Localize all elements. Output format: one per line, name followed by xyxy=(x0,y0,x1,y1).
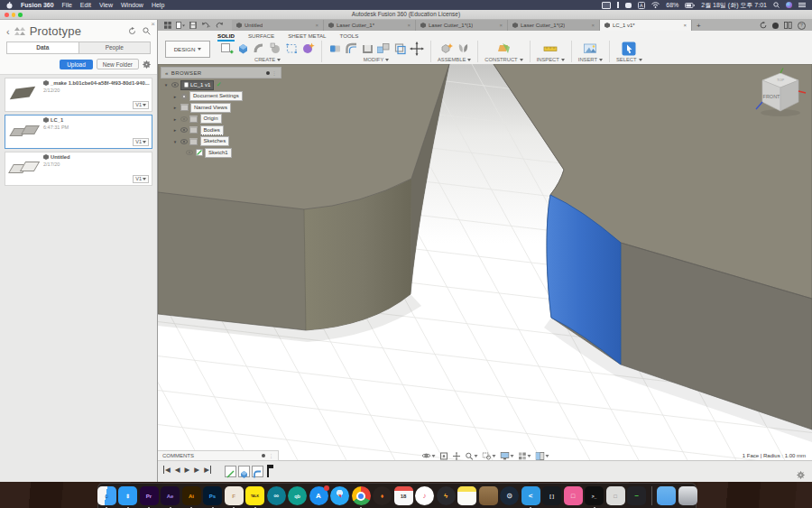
insert-canvas-icon[interactable] xyxy=(583,42,597,55)
app-status-icon[interactable] xyxy=(617,2,619,8)
menu-help[interactable]: Help xyxy=(152,2,164,8)
zoom-window-icon[interactable] xyxy=(482,452,495,460)
group-label-assemble[interactable]: ASSEMBLE xyxy=(438,57,471,62)
expand-icon[interactable]: ▸ xyxy=(172,105,178,110)
traffic-lights[interactable] xyxy=(5,13,23,17)
display-settings-icon[interactable] xyxy=(500,452,513,460)
menu-window[interactable]: Window xyxy=(121,2,143,8)
new-component-icon[interactable] xyxy=(439,42,454,55)
expand-icon[interactable]: ▸ xyxy=(172,127,178,133)
app-store[interactable]: A xyxy=(309,486,328,505)
close-tab-icon[interactable]: × xyxy=(591,23,595,28)
comments-kebab-icon[interactable]: ⋮ xyxy=(269,453,273,458)
brackets[interactable]: [ ] xyxy=(542,486,561,505)
zoom-tool-icon[interactable] xyxy=(465,452,477,460)
finder[interactable]: ☺ xyxy=(97,486,116,505)
menu-edit[interactable]: Edit xyxy=(80,2,91,8)
comments-bar[interactable]: COMMENTS ⋮ xyxy=(158,450,279,461)
chat-status-icon[interactable] xyxy=(625,3,632,8)
wifi-icon[interactable] xyxy=(651,2,660,8)
doc-tab-laser-cutter-1-2[interactable]: Laser Cutter_1*(2)× xyxy=(508,20,600,31)
tree-node-named-views[interactable]: ▸ Named Views xyxy=(161,103,281,113)
upload-button[interactable]: Upload xyxy=(60,60,93,69)
notification-center-icon[interactable] xyxy=(798,2,806,8)
shell-icon[interactable] xyxy=(361,42,374,55)
new-folder-button[interactable]: New Folder xyxy=(97,59,139,69)
safari[interactable]: ◥ xyxy=(330,486,349,505)
doc-tab-laser-cutter-1-1[interactable]: Laser Cutter_1*(1)× xyxy=(416,20,508,31)
collapse-browser-icon[interactable]: « xyxy=(165,70,169,76)
move-icon[interactable] xyxy=(410,42,424,56)
tree-label[interactable]: Sketch1 xyxy=(205,148,232,158)
file-card-make[interactable]: _make 1.b01cbe04-a58f-4f93-80d1-940... 2… xyxy=(5,78,152,112)
grid-settings-icon[interactable] xyxy=(518,452,531,460)
eye-icon[interactable] xyxy=(171,82,179,88)
tree-label[interactable]: Document Settings xyxy=(189,91,243,101)
file-card-lc1[interactable]: LC_1 6:47:31 PM V1 xyxy=(5,115,152,149)
pattern-icon[interactable] xyxy=(285,42,299,55)
menubar-app-name[interactable]: Fusion 360 xyxy=(21,2,54,8)
look-at-icon[interactable] xyxy=(439,452,448,460)
group-label-select[interactable]: SELECT xyxy=(616,57,642,62)
form-icon[interactable] xyxy=(301,42,315,55)
undo-icon[interactable] xyxy=(201,22,211,29)
activity-monitor[interactable]: ~ xyxy=(627,486,646,505)
close-tab-icon[interactable]: × xyxy=(407,23,411,28)
version-dropdown[interactable]: V1 xyxy=(133,101,149,109)
refresh-icon[interactable] xyxy=(128,27,136,35)
photoshop[interactable]: Ps xyxy=(203,486,222,505)
close-tab-icon[interactable]: × xyxy=(499,23,503,28)
illustrator[interactable]: Ai xyxy=(182,486,201,505)
redo-icon[interactable] xyxy=(216,22,226,29)
battery-icon[interactable] xyxy=(685,3,695,8)
play-icon[interactable]: ▶ xyxy=(185,466,190,474)
tree-node-root[interactable]: ▾ LC_1 v1 ✓ xyxy=(161,80,281,90)
steam[interactable]: ⊙ xyxy=(500,486,519,505)
updown-arrows-app[interactable]: ⇕ xyxy=(118,486,137,505)
orbit-tool-icon[interactable] xyxy=(421,451,435,460)
version-dropdown[interactable]: V1 xyxy=(133,175,149,183)
go-to-end-icon[interactable]: ▶ xyxy=(204,466,211,474)
expand-icon[interactable]: ▸ xyxy=(172,94,178,99)
fillet-icon[interactable] xyxy=(345,42,358,55)
create-sketch-icon[interactable] xyxy=(220,42,234,55)
construct-plane-icon[interactable] xyxy=(496,42,511,55)
timeline-extrude-feature[interactable] xyxy=(238,466,250,477)
close-tab-icon[interactable]: × xyxy=(315,23,318,28)
browser-kebab-icon[interactable]: ⋮ xyxy=(272,70,277,76)
data-panel-close-icon[interactable]: × xyxy=(151,20,155,28)
data-settings-gear-icon[interactable] xyxy=(143,60,151,69)
tree-label[interactable]: Bodies xyxy=(200,125,224,135)
view-cube[interactable]: TOP FRONT xyxy=(753,68,807,118)
doc-tab-untitled[interactable]: Untitled× xyxy=(232,20,324,31)
press-pull-icon[interactable] xyxy=(328,42,342,55)
go-to-start-icon[interactable]: ◀ xyxy=(163,466,171,474)
trash[interactable] xyxy=(678,486,697,505)
tree-label[interactable]: Sketches xyxy=(200,136,230,146)
close-tab-icon[interactable]: × xyxy=(683,23,687,28)
offset-face-icon[interactable] xyxy=(393,42,407,55)
root-component-chip[interactable]: LC_1 v1 xyxy=(180,80,214,90)
group-label-construct[interactable]: CONSTRUCT xyxy=(484,57,522,62)
timeline-sketch-feature[interactable] xyxy=(225,466,236,477)
arduino[interactable]: ∞ xyxy=(267,486,286,505)
step-forward-icon[interactable]: ▶ xyxy=(194,466,199,474)
combine-icon[interactable] xyxy=(377,42,391,55)
after-effects[interactable]: Ae xyxy=(161,486,180,505)
display-app[interactable]: □ xyxy=(564,486,583,505)
timeline-position-marker[interactable] xyxy=(267,465,276,477)
eye-icon[interactable] xyxy=(180,116,188,122)
menubar-clock[interactable]: 2월 18일 (화) 오후 7:01 xyxy=(701,1,767,10)
step-back-icon[interactable]: ◀ xyxy=(175,466,180,474)
doc-tab-laser-cutter-1[interactable]: Laser Cutter_1*× xyxy=(324,20,416,31)
back-icon[interactable]: ‹ xyxy=(6,27,10,36)
group-label-insert[interactable]: INSERT xyxy=(578,57,603,62)
browser-display-icon[interactable] xyxy=(266,71,270,75)
music[interactable]: ♪ xyxy=(415,486,434,505)
spotlight-icon[interactable] xyxy=(773,2,780,8)
browser-header[interactable]: « BROWSER ⋮ xyxy=(161,67,281,79)
expand-icon[interactable]: ▸ xyxy=(172,116,178,122)
lightning-app[interactable]: ϟ xyxy=(437,486,456,505)
flame-app[interactable]: ♦ xyxy=(373,486,392,505)
eye-icon[interactable] xyxy=(186,150,193,155)
